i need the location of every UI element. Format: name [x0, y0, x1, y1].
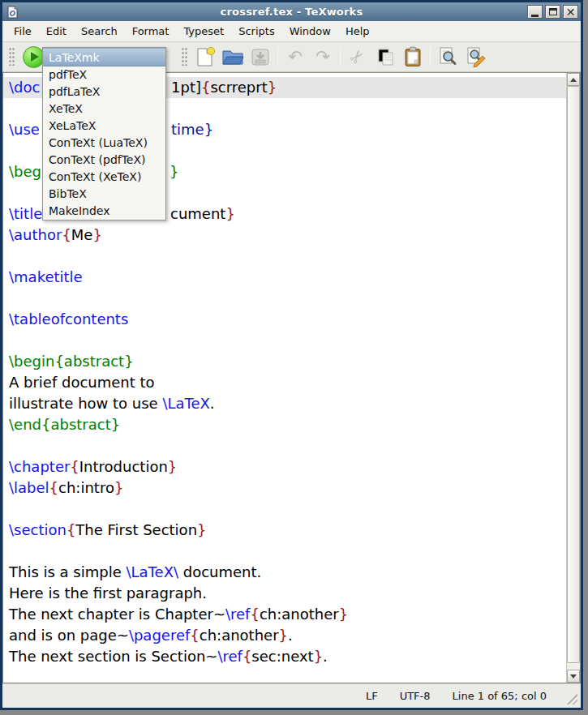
menu-item-scripts[interactable]: Scripts [231, 22, 281, 41]
code-fragment: A brief document to [9, 372, 155, 393]
code-fragment: The next section is Section~\ref{sec:nex… [9, 646, 328, 667]
redo-button[interactable]: ↷ [311, 45, 335, 70]
toolbar-separator [430, 47, 431, 66]
menu-item-search[interactable]: Search [74, 22, 125, 41]
menu-item-help[interactable]: Help [338, 22, 377, 41]
code-fragment: \label{ch:intro} [9, 477, 123, 499]
find-button[interactable] [436, 45, 460, 70]
typeset-option-latexmk[interactable]: LaTeXmk [43, 48, 165, 66]
undo-button[interactable]: ↶ [283, 45, 307, 70]
menu-item-format[interactable]: Format [125, 22, 177, 41]
toolbar-grip[interactable] [182, 48, 188, 66]
code-line-16: illustrate how to use \LaTeX. [3, 393, 566, 414]
close-icon: ✕ [566, 6, 576, 18]
toolbar-separator [277, 47, 278, 66]
typeset-option-context-xetex[interactable]: ConTeXt (XeTeX) [43, 169, 165, 186]
minimize-icon [531, 15, 539, 17]
code-line-10: \maketitle [3, 267, 566, 288]
scroll-up-button[interactable] [567, 73, 580, 86]
arrow-up-icon [570, 78, 577, 82]
menu-item-typeset[interactable]: Typeset [176, 22, 231, 41]
resize-grip[interactable] [565, 692, 577, 704]
new-document-button[interactable] [193, 45, 217, 70]
code-fragment: \doc [9, 77, 40, 98]
typeset-option-pdflatex[interactable]: pdfLaTeX [43, 83, 165, 101]
code-fragment: \beg [9, 161, 41, 182]
code-fragment: \use [9, 119, 40, 140]
paste-icon [402, 46, 423, 68]
code-fragment: \maketitle [9, 267, 83, 288]
code-fragment: } [170, 161, 178, 182]
statusbar: LF UTF-8 Line 1 of 65; col 0 [2, 683, 581, 708]
typeset-option-xetex[interactable]: XeTeX [43, 101, 165, 118]
code-fragment: \tableofcontents [9, 309, 128, 330]
scroll-down-button[interactable] [567, 670, 580, 683]
maximize-icon [549, 8, 557, 15]
new-document-icon [195, 46, 216, 68]
open-button[interactable] [221, 45, 245, 70]
maximize-button[interactable] [545, 5, 560, 19]
texworks-window: crossref.tex - TeXworks ✕ FileEditSearch… [0, 0, 583, 710]
play-icon [31, 52, 39, 62]
code-fragment: \chapter{Introduction} [9, 456, 177, 477]
code-fragment: and is on page~\pageref{ch:another}. [9, 625, 293, 646]
save-icon [250, 47, 271, 67]
code-fragment: \end{abstract} [9, 414, 120, 435]
code-line-17: \end{abstract} [3, 414, 566, 435]
code-fragment: \section{The First Section} [9, 520, 207, 541]
typeset-option-context-pdftex[interactable]: ConTeXt (pdfTeX) [43, 152, 165, 169]
save-button[interactable] [248, 45, 273, 70]
typeset-option-context-luatex[interactable]: ConTeXt (LuaTeX) [43, 135, 165, 152]
typeset-dropdown-list: LaTeXmkpdfTeXpdfLaTeXXeTeXXeLaTeXConTeXt… [42, 47, 166, 220]
code-line-27: and is on page~\pageref{ch:another}. [3, 625, 566, 646]
typeset-option-xelatex[interactable]: XeLaTeX [43, 118, 165, 135]
find-replace-icon [465, 46, 487, 67]
typeset-option-makeindex[interactable]: MakeIndex [43, 203, 165, 220]
code-line-8: \author{Me} [3, 225, 566, 246]
window-title: crossref.tex - TeXworks [2, 6, 581, 18]
code-fragment: \title [9, 203, 42, 225]
typeset-option-bibtex[interactable]: BibTeX [43, 186, 165, 203]
copy-button[interactable] [373, 45, 397, 70]
redo-icon: ↷ [315, 49, 330, 66]
encoding-indicator: UTF-8 [400, 690, 431, 702]
code-fragment: illustrate how to use \LaTeX. [9, 393, 215, 414]
code-fragment: \author{Me} [9, 225, 102, 246]
code-line-20: \label{ch:intro} [3, 477, 566, 499]
code-fragment: The next chapter is Chapter~\ref{ch:anot… [9, 604, 348, 625]
code-fragment: time} [171, 119, 213, 140]
typeset-option-pdftex[interactable]: pdfTeX [43, 66, 165, 83]
copy-icon [376, 47, 396, 67]
find-replace-button[interactable] [463, 45, 487, 70]
scrollbar-thumb[interactable] [567, 86, 580, 663]
typeset-run-button[interactable] [23, 46, 45, 68]
code-fragment: \begin{abstract} [9, 351, 134, 372]
code-fragment: This is a simple \LaTeX\ document. [9, 562, 261, 583]
code-line-22: \section{The First Section} [3, 520, 566, 541]
toolbar-grip[interactable] [9, 48, 15, 66]
code-fragment: 1pt]{scrreprt} [171, 77, 277, 98]
cut-button[interactable]: ✂ [346, 45, 370, 70]
code-line-28: The next section is Section~\ref{sec:nex… [3, 646, 566, 667]
scrollbar-track[interactable] [567, 86, 580, 670]
open-folder-icon [221, 47, 244, 66]
menu-item-window[interactable]: Window [282, 22, 338, 41]
toolbar-separator [340, 47, 341, 66]
cursor-position-indicator: Line 1 of 65; col 0 [453, 690, 547, 702]
minimize-button[interactable] [527, 5, 543, 19]
code-line-24: This is a simple \LaTeX\ document. [3, 562, 566, 583]
code-line-12: \tableofcontents [3, 309, 566, 330]
code-line-25: Here is the first paragraph. [3, 583, 566, 604]
titlebar[interactable]: crossref.tex - TeXworks ✕ [2, 2, 581, 21]
code-fragment: Here is the first paragraph. [9, 583, 207, 604]
menubar: FileEditSearchFormatTypesetScriptsWindow… [2, 21, 581, 42]
code-fragment: cument} [170, 203, 235, 225]
paste-button[interactable] [401, 45, 425, 70]
menu-item-edit[interactable]: Edit [39, 22, 74, 41]
code-line-15: A brief document to [3, 372, 566, 393]
vertical-scrollbar [566, 73, 580, 683]
menu-item-file[interactable]: File [6, 22, 39, 41]
close-button[interactable]: ✕ [563, 5, 578, 19]
code-line-14: \begin{abstract} [3, 351, 566, 372]
find-icon [437, 46, 458, 67]
